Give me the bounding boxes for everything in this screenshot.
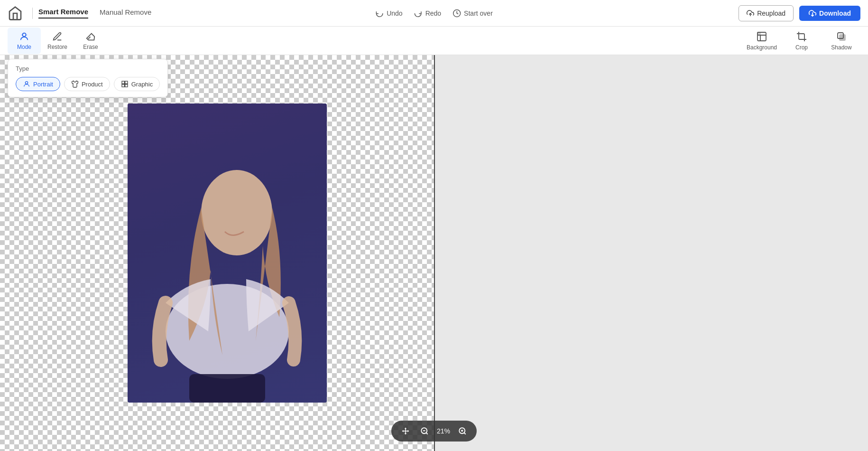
tool-erase-label: Erase [83,44,98,50]
nav-smart-remove[interactable]: Smart Remove [38,8,88,19]
svg-point-9 [201,170,272,255]
type-option-graphic-label: Graphic [131,81,153,88]
split-divider[interactable] [434,55,435,451]
svg-point-15 [25,82,28,84]
toolbar-crop-label: Crop [795,44,808,51]
zoom-in-button[interactable] [456,424,469,438]
original-image [128,103,327,403]
tool-restore[interactable]: Restore [41,28,74,54]
tool-restore-label: Restore [47,44,67,50]
svg-line-24 [464,432,466,434]
toolbar-background[interactable]: Background [743,28,781,54]
tool-erase[interactable]: Erase [74,28,107,54]
type-option-product[interactable]: Product [64,77,110,91]
header-right: Reupload Download [739,5,860,21]
undo-button[interactable]: Undo [375,9,402,18]
svg-rect-5 [757,32,760,35]
zoom-value: 21% [437,427,450,435]
nav-manual-remove[interactable]: Manual Remove [100,8,151,18]
person-left-svg [128,103,327,403]
start-over-button[interactable]: Start over [452,9,493,18]
toolbar-background-label: Background [747,44,777,51]
svg-line-21 [426,432,427,434]
type-option-graphic[interactable]: Graphic [114,77,160,91]
header-divider [32,8,33,19]
tool-mode-label: Mode [17,44,31,50]
start-over-label: Start over [464,9,493,17]
toolbar: Mode Restore Erase Background Cr [0,27,868,55]
type-option-portrait[interactable]: Portrait [16,77,60,91]
svg-rect-18 [122,85,124,87]
toolbar-crop[interactable]: Crop [783,28,821,54]
reupload-button[interactable]: Reupload [739,5,794,21]
split-left [0,55,434,451]
canvas-area: Type Portrait Product Graphic [0,55,868,451]
svg-rect-10 [189,374,265,403]
type-option-product-label: Product [82,81,103,88]
svg-point-3 [22,33,26,36]
svg-rect-17 [125,81,127,84]
zoom-out-button[interactable] [418,424,431,438]
toolbar-shadow-label: Shadow [831,44,851,51]
svg-rect-7 [840,35,845,40]
download-label: Download [819,9,851,17]
reupload-label: Reupload [757,9,785,17]
toolbar-shadow[interactable]: Shadow [822,28,860,54]
type-popup-label: Type [16,65,160,72]
type-options: Portrait Product Graphic [16,77,160,91]
svg-rect-19 [125,85,127,87]
redo-label: Redo [425,9,441,17]
header-nav: Smart Remove Manual Remove [38,8,151,19]
tool-mode[interactable]: Mode [8,28,41,54]
zoom-bar: 21% [391,421,477,442]
undo-label: Undo [387,9,402,17]
download-button[interactable]: Download [799,6,860,21]
home-button[interactable] [8,6,23,21]
toolbar-right: Background Crop Shadow [743,28,860,54]
svg-rect-16 [122,81,124,84]
redo-button[interactable]: Redo [414,9,441,18]
type-popup: Type Portrait Product Graphic [8,59,168,97]
header: Smart Remove Manual Remove Undo Redo Sta… [0,0,868,27]
type-option-portrait-label: Portrait [33,81,53,88]
header-center-actions: Undo Redo Start over [375,9,493,18]
pan-button[interactable] [399,424,412,438]
